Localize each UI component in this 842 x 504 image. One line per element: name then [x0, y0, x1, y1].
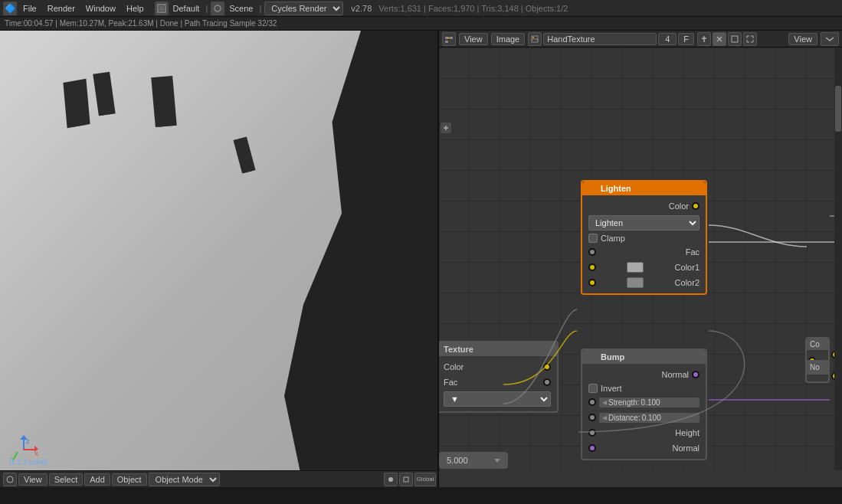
scene-icon	[211, 2, 224, 15]
bump-invert-checkbox[interactable]	[588, 384, 598, 393]
image-name-input[interactable]	[543, 33, 657, 45]
bump-strength-input	[588, 398, 596, 406]
bump-normal-in-row: Normal	[582, 440, 706, 456]
texture-node-body: Color Fac ▼	[439, 356, 557, 411]
object-mode-selector[interactable]: Object Mode	[149, 473, 220, 486]
status-text: Time:00:04.57 | Mem:10.27M, Peak:21.63M …	[5, 19, 277, 28]
bump-normal-out-row: Normal	[582, 367, 706, 382]
svg-point-22	[589, 353, 597, 361]
texture-node: Texture Color Fac ▼	[439, 341, 559, 413]
lighten-clamp-label: Clamp	[601, 234, 625, 243]
node-editor-scrollbar[interactable]	[834, 47, 842, 470]
node-editor-header: View Image 4 F	[439, 31, 842, 47]
texture-metalmat-label: MetalMat	[447, 486, 478, 487]
viewport-icon-1[interactable]	[384, 473, 398, 486]
svg-rect-1	[159, 6, 164, 11]
bump-node: Bump Normal Invert ◀ Stren	[581, 349, 707, 460]
viewport-add-btn[interactable]: Add	[84, 473, 110, 486]
render-engine-selector[interactable]: Cycles Render	[264, 2, 343, 15]
viewport-select-btn[interactable]: Select	[49, 473, 84, 486]
bump-strength-value: 0.100	[641, 398, 660, 407]
z-axis-label: Z	[26, 438, 30, 445]
version-text: v2.78 Verts:1,631 | Faces:1,970 | Tris:3…	[346, 4, 572, 13]
lighten-color2-swatch[interactable]	[627, 277, 644, 288]
bump-distance-label: Distance:	[608, 414, 641, 422]
workspace-label: Default	[170, 4, 203, 13]
lighten-clamp-row: Clamp	[582, 232, 706, 244]
bump-distance-field[interactable]: ◀ Distance: 0.100	[599, 413, 699, 423]
viewport-3d[interactable]: Z X Y (1,1,1 Local) View Select	[0, 31, 439, 487]
menu-file[interactable]: File	[18, 2, 41, 15]
lighten-color1-swatch[interactable]	[627, 262, 644, 273]
bump-height-row: Height	[582, 425, 706, 440]
svg-point-10	[447, 37, 449, 38]
viewport-bottom-bar: View Select Add Object Object Mode Globa…	[0, 470, 439, 487]
menu-window[interactable]: Window	[81, 2, 120, 15]
header-icon-pin[interactable]	[697, 32, 711, 46]
svg-rect-17	[732, 36, 738, 42]
header-icon-zoom[interactable]	[728, 32, 742, 46]
scene-label: Scene	[226, 4, 256, 13]
bump-normal-out-label: Normal	[662, 370, 689, 379]
texture-fac-row: Fac	[439, 375, 557, 390]
lighten-color1-row: Color1	[582, 260, 706, 275]
menu-help[interactable]: Help	[122, 2, 149, 15]
viewport-view-btn[interactable]: View	[18, 473, 48, 486]
viewport-icon-3[interactable]: Global	[414, 473, 436, 486]
value-node-title: 5.000	[441, 453, 506, 467]
bump-normal-in-label: Normal	[673, 443, 699, 453]
bump-normal-output	[692, 371, 699, 378]
x-axis-label: X	[34, 450, 38, 457]
texture-color-row: Color	[439, 359, 557, 375]
bump-node-body: Normal Invert ◀ Strength: 0.100	[582, 364, 706, 459]
menu-render[interactable]: Render	[43, 2, 80, 15]
header-icon-x[interactable]	[713, 32, 726, 46]
node-view-btn[interactable]: View	[459, 33, 488, 45]
silhouette-shape	[246, 31, 437, 487]
viewport-object-btn[interactable]: Object	[112, 473, 147, 486]
texture-fac-socket	[543, 378, 551, 386]
strength-left-arrow[interactable]: ◀	[602, 399, 607, 406]
viewport-background: Z X Y (1,1,1 Local)	[0, 31, 437, 487]
partial-node-no: No	[805, 360, 830, 375]
lighten-color-row: Color	[582, 198, 706, 214]
lighten-color1-input	[588, 263, 596, 271]
lighten-blend-row: Lighten	[582, 214, 706, 232]
arrow-shape-4	[233, 136, 255, 173]
bump-height-label: Height	[675, 428, 699, 437]
lighten-node-body: Color Lighten Clamp Fac	[582, 195, 706, 293]
texture-node-title: Texture	[439, 342, 557, 356]
svg-rect-5	[404, 477, 408, 482]
node-editor[interactable]: View Image 4 F	[439, 31, 842, 487]
arrow-shape-2	[93, 72, 115, 116]
lighten-color1-label: Color1	[675, 263, 699, 272]
node-editor-icon	[442, 32, 456, 46]
texture-dropdown[interactable]: ▼	[444, 391, 551, 407]
value-node: 5.000	[439, 452, 508, 469]
lighten-fac-label: Fac	[686, 247, 699, 257]
node-image-btn[interactable]: Image	[491, 33, 526, 45]
node-view-right-btn[interactable]: View	[788, 33, 817, 45]
texture-color-label: Color	[444, 362, 464, 371]
bump-strength-field[interactable]: ◀ Strength: 0.100	[599, 398, 699, 407]
svg-point-2	[215, 5, 221, 11]
texture-fac-label: Fac	[444, 378, 457, 387]
lighten-color-label: Color	[669, 201, 689, 211]
f-btn[interactable]: F	[678, 33, 694, 45]
header-icon-fullscreen[interactable]	[743, 32, 757, 46]
lighten-blend-selector[interactable]: Lighten	[588, 215, 699, 231]
lighten-clamp-checkbox[interactable]	[588, 234, 598, 243]
viewport-icon-2[interactable]	[399, 473, 413, 486]
scroll-thumb[interactable]	[835, 86, 841, 132]
svg-point-21	[589, 185, 597, 192]
bump-strength-row: ◀ Strength: 0.100	[582, 394, 706, 410]
bump-invert-row: Invert	[582, 382, 706, 394]
distance-left-arrow[interactable]: ◀	[602, 414, 607, 421]
top-menu-bar: 🔷 File Render Window Help Default | Scen…	[0, 0, 842, 17]
add-collapse-btn[interactable]	[441, 123, 451, 133]
lighten-color2-input	[588, 279, 596, 286]
bump-node-title: Bump	[582, 350, 706, 364]
header-expand-icon[interactable]	[821, 32, 839, 46]
partial-node-co-title: Co	[807, 339, 828, 350]
svg-point-3	[7, 476, 13, 483]
